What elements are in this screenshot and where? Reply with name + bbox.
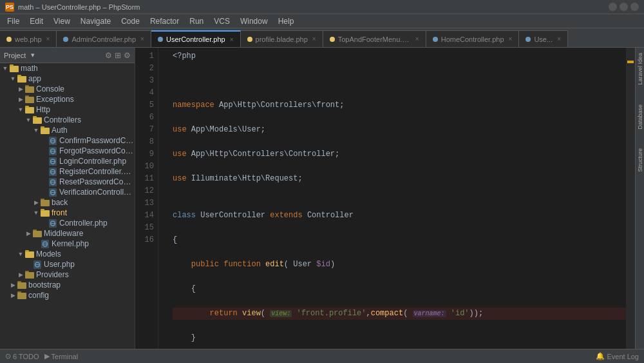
tree-item-front[interactable]: ▼front [0,208,135,218]
tree-item-math[interactable]: ▼math [0,63,135,74]
line-number: 10 [135,161,154,173]
tree-item-console[interactable]: ▶Console [0,84,135,94]
tree-item-label: Auth [50,126,68,135]
tab-close-button[interactable]: × [509,35,513,43]
todo-status[interactable]: ⊙ 6 TODO [5,352,39,360]
tree-arrow: ▼ [1,65,9,72]
tree-item-config[interactable]: ▶config [0,290,135,300]
tab-close-button[interactable]: × [557,35,561,43]
code-editor[interactable]: <?php namespace App\Http\Controllers\fro… [165,48,626,349]
event-log-status[interactable]: 🔔 Event Log [596,352,639,360]
menu-item-window[interactable]: Window [236,15,272,27]
terminal-status[interactable]: ▶ Terminal [44,352,79,360]
tab-web-php[interactable]: web.php× [0,30,57,47]
tab-icon [330,37,335,42]
tree-item-registercontroller-php[interactable]: RegisterController.php [0,166,135,177]
tree-item-label: Middleware [43,229,83,238]
svg-rect-53 [17,293,26,299]
scroll-gutter [626,48,635,349]
maximize-button[interactable]: ❐ [620,3,628,11]
scroll-marker-warning [627,61,634,63]
tab-profile-blade-php[interactable]: profile.blade.php× [241,30,323,47]
menu-item-vcs[interactable]: VCS [209,15,234,27]
file-tree: ▼math▼app▶Console▶Exceptions▼Http▼Contro… [0,63,135,300]
window-controls: — ❐ ✕ [609,3,639,11]
tree-item-label: front [50,208,67,217]
tree-item-auth[interactable]: ▼Auth [0,125,135,135]
line-number: 6 [135,112,154,124]
tree-item-logincontroller-php[interactable]: LoginController.php [0,156,135,166]
tree-item-label: User.php [43,260,75,269]
tree-item-resetpasswordcontro---[interactable]: ResetPasswordContro... [0,177,135,187]
menu-item-navigate[interactable]: Navigate [76,15,115,27]
tab-admincontroller-php[interactable]: AdminController.php× [57,30,151,47]
tab-close-button[interactable]: × [46,35,50,43]
tree-arrow: ▼ [17,106,24,113]
tree-item-icon [32,260,43,269]
line-number: 11 [135,173,154,185]
tree-item-controllers[interactable]: ▼Controllers [0,115,135,125]
tree-item-app[interactable]: ▼app [0,74,135,84]
tab-topandfootermenu-blade-php[interactable]: TopAndFooterMenu.blade.php× [323,30,426,47]
tree-item-controller-php[interactable]: Controller.php [0,218,135,228]
tree-item-label: ResetPasswordContro... [58,177,135,186]
project-name-label: ▾ [31,51,35,59]
tree-item-verificationcontroller-p---[interactable]: VerificationController.p... [0,187,135,197]
tab-usercontroller-php[interactable]: UserController.php× [151,30,241,47]
tree-item-exceptions[interactable]: ▶Exceptions [0,94,135,104]
tree-item-icon [48,167,58,176]
tree-item-forgotpasswordcontr---[interactable]: ForgotPasswordContr... [0,146,135,156]
tab-close-button[interactable]: × [230,36,234,43]
tree-item-icon [24,95,35,104]
menu-item-refactor[interactable]: Refactor [146,15,184,27]
close-button[interactable]: ✕ [630,3,639,11]
tab-homecontroller-php[interactable]: HomeController.php× [426,30,520,47]
line-numbers: 12345678910111213141516 [135,48,158,349]
tree-item-icon [48,136,58,145]
menu-item-code[interactable]: Code [117,15,144,27]
tree-item-label: LoginController.php [58,157,126,166]
tree-item-providers[interactable]: ▶Providers [0,270,135,280]
status-right: 🔔 Event Log [596,352,639,360]
tree-item-bootstrap[interactable]: ▶bootstrap [0,280,135,290]
structure-label[interactable]: Structure [636,146,644,175]
tree-item-middleware[interactable]: ▶Middleware [0,228,135,239]
tree-item-icon [9,64,19,73]
line-number: 15 [135,222,154,234]
minimize-button[interactable]: — [609,3,617,11]
svg-rect-12 [41,128,50,134]
tab-icon [158,37,163,42]
tree-item-kernel-php[interactable]: Kernel.php [0,239,135,249]
tree-item-http[interactable]: ▼Http [0,104,135,115]
tab-label: web.php [15,35,42,43]
tree-item-icon [24,250,35,259]
tab-close-button[interactable]: × [312,35,316,43]
tree-item-icon [40,239,50,248]
tab-close-button[interactable]: × [415,35,419,43]
tree-arrow: ▶ [32,199,40,206]
tree-item-label: Exceptions [35,95,74,104]
settings-icon[interactable]: ⚙ [105,51,112,60]
svg-rect-11 [33,116,37,118]
tab-use---[interactable]: Use...× [519,30,568,47]
tab-close-button[interactable]: × [140,35,144,43]
line-number: 2 [135,63,154,75]
menu-item-view[interactable]: View [49,15,75,27]
tree-item-user-php[interactable]: User.php [0,259,135,270]
menu-item-edit[interactable]: Edit [25,15,48,27]
laravel-idea-label[interactable]: Laravel Idea [636,50,644,88]
database-label[interactable]: Database [636,102,644,132]
menu-item-run[interactable]: Run [185,15,208,27]
layout-icon[interactable]: ⊞ [115,51,121,60]
tree-arrow: ▼ [32,127,40,133]
tree-item-confirmpasswordcont---[interactable]: ConfirmPasswordCont... [0,135,135,146]
tree-item-label: Providers [35,270,69,279]
svg-rect-1 [10,64,14,66]
tree-item-label: back [50,198,68,207]
tree-item-models[interactable]: ▼Models [0,249,135,259]
menu-item-file[interactable]: File [3,15,24,27]
tree-item-icon [24,105,35,114]
gear-icon[interactable]: ⚙ [124,51,131,60]
menu-item-help[interactable]: Help [274,15,299,27]
tree-item-back[interactable]: ▶back [0,197,135,208]
